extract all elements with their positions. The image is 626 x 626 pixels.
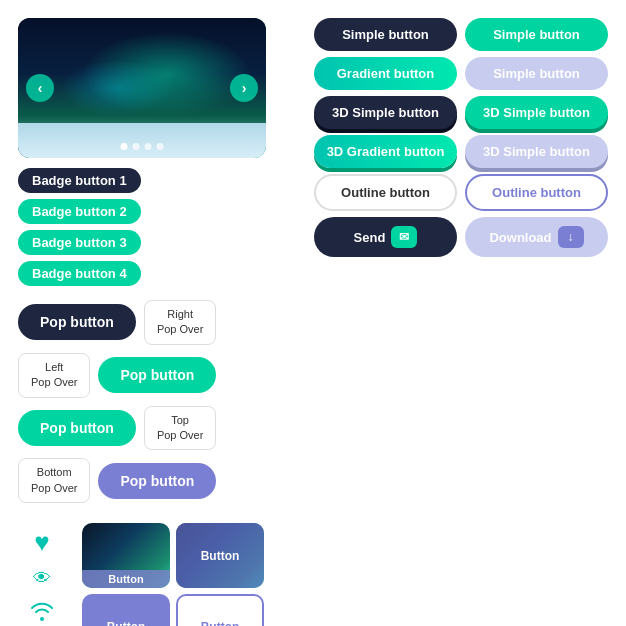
wifi-icon (28, 599, 56, 624)
pop-row-2: LeftPop Over Pop button (18, 353, 298, 398)
send-button[interactable]: Send ✉ (314, 217, 457, 257)
pop-row-4: BottomPop Over Pop button (18, 458, 298, 503)
icons-column: ♥ 👁 💬 (18, 527, 66, 626)
carousel-dots (121, 143, 164, 150)
image-button-2[interactable]: Button (176, 523, 264, 588)
image-button-3-label: Button (107, 620, 146, 626)
badge-button-4[interactable]: Badge button 4 (18, 261, 141, 286)
chevron-left-icon: ‹ (38, 80, 43, 96)
3d-simple-button-dark[interactable]: 3D Simple button (314, 96, 457, 129)
3d-simple-button-light[interactable]: 3D Simple button (465, 135, 608, 168)
carousel-next-button[interactable]: › (230, 74, 258, 102)
image-button-1-label: Button (82, 570, 170, 588)
carousel-dot[interactable] (133, 143, 140, 150)
pop-button-indigo[interactable]: Pop button (98, 463, 216, 499)
bottom-popover: BottomPop Over (18, 458, 90, 503)
image-button-2-label: Button (176, 523, 264, 588)
badge-button-2[interactable]: Badge button 2 (18, 199, 141, 224)
pop-button-teal-2[interactable]: Pop button (18, 410, 136, 446)
simple-button-dark[interactable]: Simple button (314, 18, 457, 51)
img-btn-row-1: Button Button (82, 523, 264, 588)
image-button-1[interactable]: Button (82, 523, 170, 588)
heart-icon: ♥ (34, 527, 49, 558)
download-button[interactable]: Download ↓ (465, 217, 608, 257)
eye-icon: 👁 (33, 568, 51, 589)
simple-button-teal[interactable]: Simple button (465, 18, 608, 51)
chevron-right-icon: › (242, 80, 247, 96)
carousel-dot[interactable] (121, 143, 128, 150)
simple-button-light[interactable]: Simple button (465, 57, 608, 90)
btn-row-2: Gradient button Simple button (314, 57, 608, 90)
carousel-prev-button[interactable]: ‹ (26, 74, 54, 102)
pop-row-1: Pop button RightPop Over (18, 300, 298, 345)
image-button-3[interactable]: Button (82, 594, 170, 626)
gradient-button[interactable]: Gradient button (314, 57, 457, 90)
btn-row-4: 3D Gradient button 3D Simple button (314, 135, 608, 168)
pop-row-3: Pop button TopPop Over (18, 406, 298, 451)
carousel-dot[interactable] (157, 143, 164, 150)
pop-button-dark[interactable]: Pop button (18, 304, 136, 340)
img-btn-row-2: Button Button (82, 594, 264, 626)
pop-button-teal[interactable]: Pop button (98, 357, 216, 393)
btn-row-3: 3D Simple button 3D Simple button (314, 96, 608, 129)
right-buttons-col: Simple button Simple button Gradient but… (314, 18, 608, 503)
badge-buttons-group: Badge button 1 Badge button 2 Badge butt… (18, 168, 266, 286)
envelope-icon: ✉ (391, 226, 417, 248)
3d-gradient-button[interactable]: 3D Gradient button (314, 135, 457, 168)
badge-button-3[interactable]: Badge button 3 (18, 230, 141, 255)
badge-button-1[interactable]: Badge button 1 (18, 168, 141, 193)
download-icon: ↓ (558, 226, 584, 248)
btn-row-5: Outline button Outline button (314, 174, 608, 211)
left-popover: LeftPop Over (18, 353, 90, 398)
btn-row-1: Simple button Simple button (314, 18, 608, 51)
btn-row-6: Send ✉ Download ↓ (314, 217, 608, 257)
image-button-4[interactable]: Button (176, 594, 264, 626)
outline-button-white[interactable]: Outline button (314, 174, 457, 211)
image-buttons-group: Button Button Button Button (82, 523, 264, 626)
outline-button-indigo[interactable]: Outline button (465, 174, 608, 211)
3d-simple-button-teal[interactable]: 3D Simple button (465, 96, 608, 129)
bottom-section: ♥ 👁 💬 Button (18, 523, 608, 626)
carousel: ‹ › (18, 18, 266, 158)
image-button-4-label: Button (201, 620, 240, 626)
send-label: Send (354, 230, 386, 245)
carousel-dot[interactable] (145, 143, 152, 150)
download-label: Download (489, 230, 551, 245)
top-popover: TopPop Over (144, 406, 216, 451)
right-popover: RightPop Over (144, 300, 216, 345)
pop-section: Pop button RightPop Over LeftPop Over Po… (18, 300, 298, 503)
